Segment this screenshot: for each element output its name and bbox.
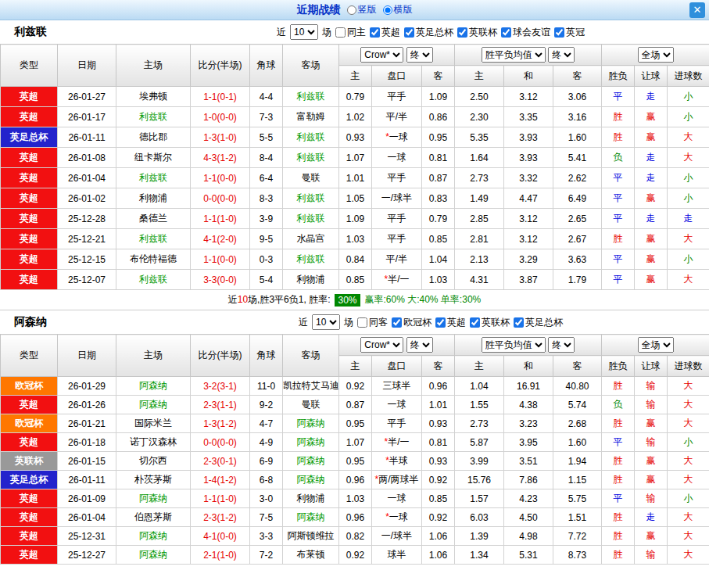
asian-handicap: *半/一 bbox=[372, 433, 422, 452]
bookmaker-select[interactable]: Crow* bbox=[360, 337, 403, 353]
layout-option-vertical[interactable]: 竖版 bbox=[347, 3, 377, 16]
match-date: 25-12-27 bbox=[58, 546, 116, 565]
league-checkbox[interactable] bbox=[501, 27, 511, 38]
col-date: 日期 bbox=[58, 335, 116, 377]
col-result: 胜负 bbox=[602, 66, 635, 87]
goals-flag: 大 bbox=[668, 471, 709, 489]
horizontal-radio[interactable] bbox=[383, 5, 392, 15]
asian-home-odds: 1.07 bbox=[339, 148, 372, 168]
match-date: 26-01-11 bbox=[58, 127, 116, 148]
col-goals-result: 进球数 bbox=[668, 66, 709, 87]
league-filter[interactable]: 球会友谊 bbox=[501, 26, 550, 39]
same-venue-checkbox[interactable] bbox=[335, 27, 346, 38]
rate-stats: 赢率:60% 大:40% 单率:30% bbox=[365, 293, 482, 307]
close-button[interactable]: ✕ bbox=[689, 2, 705, 18]
league-filter[interactable]: 欧冠杯 bbox=[392, 316, 431, 329]
league-filter[interactable]: 英足总杯 bbox=[404, 26, 453, 39]
vertical-label: 竖版 bbox=[358, 3, 377, 16]
euro-away-odds: 2.67 bbox=[553, 229, 602, 249]
same-venue-filter[interactable]: 同客 bbox=[357, 316, 388, 329]
league-filter[interactable]: 英联杯 bbox=[457, 26, 497, 39]
final-select[interactable]: 终 bbox=[406, 47, 433, 63]
asian-handicap: 一球 bbox=[372, 396, 422, 414]
league-label: 英联杯 bbox=[482, 316, 510, 329]
league-checkbox[interactable] bbox=[370, 27, 380, 38]
asian-away-odds: 1.06 bbox=[422, 546, 455, 565]
match-count-select[interactable]: 10 bbox=[290, 24, 318, 40]
col-asian-away: 客 bbox=[422, 66, 455, 87]
asian-handicap: 三球半 bbox=[372, 377, 422, 396]
games-label: 场 bbox=[344, 316, 353, 329]
asian-home-odds: 0.87 bbox=[339, 396, 372, 414]
league-filter[interactable]: 英超 bbox=[435, 316, 466, 329]
corner-score: 5-4 bbox=[250, 270, 283, 290]
result-flag: 平 bbox=[602, 188, 635, 209]
goals-flag: 小 bbox=[668, 489, 709, 508]
vertical-radio[interactable] bbox=[347, 5, 356, 15]
away-team: 凯拉特艾马迪 bbox=[283, 377, 339, 396]
bookmaker-select[interactable]: Crow* bbox=[360, 47, 403, 63]
final-select[interactable]: 终 bbox=[406, 337, 433, 353]
asian-home-odds: 0.96 bbox=[339, 508, 372, 527]
same-venue-filter[interactable]: 同主 bbox=[335, 26, 366, 39]
away-team: 水晶宫 bbox=[283, 229, 339, 249]
goals-flag: 小 bbox=[668, 107, 709, 127]
league-filter[interactable]: 英超 bbox=[370, 26, 400, 39]
league-filter[interactable]: 英联杯 bbox=[470, 316, 510, 329]
layout-option-horizontal[interactable]: 横版 bbox=[383, 3, 413, 16]
near-label: 近 bbox=[277, 26, 286, 39]
home-team: 利兹联 bbox=[116, 107, 191, 127]
asian-away-odds: 1.04 bbox=[422, 249, 455, 270]
euro-home-odds: 1.55 bbox=[455, 396, 504, 414]
away-team: 利兹联 bbox=[283, 127, 339, 148]
league-checkbox[interactable] bbox=[435, 317, 446, 328]
same-venue-checkbox[interactable] bbox=[357, 317, 367, 328]
handicap-flag: 赢 bbox=[635, 127, 668, 148]
games-label: 场 bbox=[322, 26, 331, 39]
competition-badge: 英超 bbox=[1, 229, 58, 249]
league-filter[interactable]: 英足总杯 bbox=[514, 316, 563, 329]
asian-handicap: *半球 bbox=[372, 452, 422, 471]
goals-flag: 走 bbox=[668, 209, 709, 229]
league-checkbox[interactable] bbox=[470, 317, 480, 328]
handicap-flag: 赢 bbox=[635, 414, 668, 433]
league-filter[interactable]: 英冠 bbox=[554, 26, 585, 39]
match-count-select[interactable]: 10 bbox=[312, 314, 340, 330]
europe-odds-select[interactable]: 胜平负均值 bbox=[482, 47, 546, 63]
match-date: 26-01-27 bbox=[58, 87, 116, 107]
europe-odds-select[interactable]: 胜平负均值 bbox=[482, 337, 546, 353]
league-checkbox[interactable] bbox=[514, 317, 524, 328]
goals-flag: 小 bbox=[668, 188, 709, 209]
col-handicap-result: 让球 bbox=[635, 356, 668, 377]
league-checkbox[interactable] bbox=[404, 27, 414, 38]
scope-select[interactable]: 全场 bbox=[638, 47, 674, 63]
league-checkbox[interactable] bbox=[392, 317, 402, 328]
home-team: 埃弗顿 bbox=[116, 87, 191, 107]
home-team: 布伦特福德 bbox=[116, 249, 191, 270]
euro-home-odds: 2.73 bbox=[455, 168, 504, 188]
euro-home-odds: 3.99 bbox=[455, 452, 504, 471]
asian-away-odds: 0.92 bbox=[422, 471, 455, 489]
league-checkbox[interactable] bbox=[457, 27, 467, 38]
scope-select[interactable]: 全场 bbox=[638, 337, 674, 353]
asian-home-odds: 1.01 bbox=[339, 168, 372, 188]
asian-away-odds: 0.87 bbox=[422, 168, 455, 188]
final-select-2[interactable]: 终 bbox=[548, 47, 575, 63]
match-score: 4-1(0-0) bbox=[191, 527, 250, 546]
league-checkbox[interactable] bbox=[554, 27, 564, 38]
goals-flag: 大 bbox=[668, 546, 709, 565]
match-score: 1-1(1-0) bbox=[191, 489, 250, 508]
col-goals-result: 进球数 bbox=[668, 356, 709, 377]
corner-score: 7-5 bbox=[250, 508, 283, 527]
final-select-2[interactable]: 终 bbox=[548, 337, 575, 353]
competition-badge: 英超 bbox=[1, 546, 58, 565]
asian-home-odds: 1.03 bbox=[339, 229, 372, 249]
asian-away-odds: 0.86 bbox=[422, 107, 455, 127]
asian-away-odds: 1.01 bbox=[422, 396, 455, 414]
league-label: 英足总杯 bbox=[416, 26, 453, 39]
result-flag: 平 bbox=[602, 168, 635, 188]
result-flag: 平 bbox=[602, 249, 635, 270]
asian-handicap: 球半 bbox=[372, 546, 422, 565]
col-handicap: 盘口 bbox=[372, 66, 422, 87]
goals-flag: 大 bbox=[668, 229, 709, 249]
